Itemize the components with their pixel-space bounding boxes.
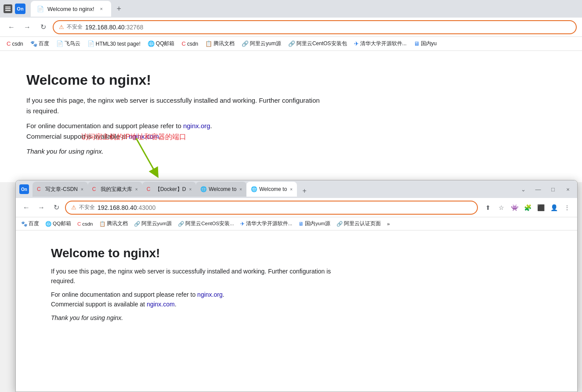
inner-tab-close-4[interactable]: × xyxy=(239,187,242,192)
inner-tab-treasure[interactable]: C 我的宝藏大库 × xyxy=(88,182,142,197)
svg-rect-0 xyxy=(5,7,11,7)
outer-bm-csdn2[interactable]: Ccsdn xyxy=(178,39,201,48)
outer-nginx-com-link[interactable]: nginx.com xyxy=(129,133,159,140)
inner-profile-button[interactable]: 👤 xyxy=(548,202,560,213)
inner-nginx-org-link[interactable]: nginx.org xyxy=(197,291,223,298)
inner-address-bar[interactable]: ⚠ 不安全 192.168.80.40:43000 xyxy=(65,201,478,215)
outer-refresh-button[interactable]: ↻ xyxy=(37,21,49,33)
inner-bm-qqmail[interactable]: 🌐QQ邮箱 xyxy=(43,219,74,228)
outer-insecure-icon: ⚠ xyxy=(59,24,64,30)
outer-nginx-thanks: Thank you for using nginx. xyxy=(26,146,325,157)
inner-browser-icons: On xyxy=(19,184,29,194)
outer-bm-csdn1[interactable]: Ccsdn xyxy=(4,39,26,48)
inner-refresh-button[interactable]: ↻ xyxy=(50,201,62,214)
sidebar-toggle-icon[interactable] xyxy=(4,4,12,13)
inner-tab-welcome1[interactable]: 🌐 Welcome to × xyxy=(196,182,246,197)
inner-tab-favicon-2: C xyxy=(92,186,98,192)
inner-tab-close-5[interactable]: × xyxy=(290,187,293,192)
browser-logo-outer: On xyxy=(15,4,25,14)
inner-bm-more[interactable]: » xyxy=(384,220,392,227)
svg-rect-1 xyxy=(5,8,11,9)
outer-bm-aliyum[interactable]: 🔗阿里云yum源 xyxy=(239,39,284,49)
inner-tabs: C 写文章-CSDN × C 我的宝藏大库 × C 【Docker】D × 🌐 … xyxy=(33,182,516,197)
outer-bookmarks-bar: Ccsdn 🐾百度 📄飞鸟云 📄HTML30 test page! 🌐QQ邮箱 … xyxy=(0,37,582,51)
outer-nginx-para1: If you see this page, the nginx web serv… xyxy=(26,95,325,116)
inner-nginx-title: Welcome to nginx! xyxy=(51,246,542,260)
inner-bm-csdn[interactable]: Ccsdn xyxy=(75,220,96,227)
outer-tab-favicon: 📄 xyxy=(37,6,44,12)
inner-tab-label-2: 我的宝藏大库 xyxy=(101,186,132,193)
outer-insecure-label: 不安全 xyxy=(67,23,83,31)
svg-rect-2 xyxy=(5,10,11,11)
outer-bm-baidu[interactable]: 🐾百度 xyxy=(27,39,52,49)
outer-bm-txdoc[interactable]: 📋腾讯文档 xyxy=(202,39,238,49)
inner-menu-button[interactable]: ⋮ xyxy=(561,202,573,213)
inner-minimize-button[interactable]: — xyxy=(532,183,544,195)
inner-bookmarks-bar: 🐾百度 🌐QQ邮箱 Ccsdn 📋腾讯文档 🔗阿里云yum源 🔗阿里云CentO… xyxy=(16,217,577,230)
outer-address-bar[interactable]: ⚠ 不安全 192.168.80.40:32768 xyxy=(53,20,577,34)
inner-tab-close-2[interactable]: × xyxy=(135,187,138,192)
inner-add-tab-button[interactable]: + xyxy=(299,185,310,197)
outer-page-content: Welcome to nginx! If you see this page, … xyxy=(0,51,582,182)
outer-nav-bar: ← → ↻ ⚠ 不安全 192.168.80.40:32768 xyxy=(0,18,582,37)
outer-back-button[interactable]: ← xyxy=(5,21,18,33)
inner-bm-aliyum[interactable]: 🔗阿里云yum源 xyxy=(131,219,175,228)
inner-bm-txdoc[interactable]: 📋腾讯文档 xyxy=(97,219,130,228)
outer-nginx-para2: For online documentation and support ple… xyxy=(26,121,325,142)
inner-bookmark-star-button[interactable]: ☆ xyxy=(495,202,507,213)
outer-forward-button[interactable]: → xyxy=(21,21,33,33)
inner-tab-csdn-write[interactable]: C 写文章-CSDN × xyxy=(33,182,88,197)
inner-nav-icon-group: ⬆ ☆ 👾 🧩 ⬛ 👤 ⋮ xyxy=(482,202,573,213)
inner-bm-guonei[interactable]: 🖥国内yum源 xyxy=(296,219,333,228)
inner-nginx-body: If you see this page, the nginx web serv… xyxy=(51,266,542,326)
outer-browser: On 📄 Welcome to nginx! × + ← → ↻ ⚠ 不安全 1… xyxy=(0,0,582,182)
inner-sidebar-button[interactable]: ⬛ xyxy=(535,202,546,213)
outer-bm-qqmail[interactable]: 🌐QQ邮箱 xyxy=(145,39,178,49)
outer-nginx-title: Welcome to nginx! xyxy=(26,72,151,88)
inner-nav-bar: ← → ↻ ⚠ 不安全 192.168.80.40:43000 ⬆ ☆ 👾 🧩 … xyxy=(16,198,577,217)
inner-back-button[interactable]: ← xyxy=(20,201,33,214)
inner-insecure-label: 不安全 xyxy=(79,204,95,211)
inner-title-bar: On C 写文章-CSDN × C 我的宝藏大库 × C 【Docker】D ×… xyxy=(16,180,577,198)
outer-address-text: 192.168.80.40:32768 xyxy=(85,24,143,31)
outer-bm-html30[interactable]: 📄HTML30 test page! xyxy=(84,39,144,48)
outer-browser-icons: On xyxy=(4,4,25,14)
inner-insecure-icon: ⚠ xyxy=(71,204,76,211)
inner-tab-label-4: Welcome to xyxy=(209,186,236,192)
inner-bm-baidu[interactable]: 🐾百度 xyxy=(18,219,42,228)
outer-tab-close[interactable]: × xyxy=(98,5,105,12)
inner-tab-close-1[interactable]: × xyxy=(81,187,83,192)
inner-tab-label-5: Welcome to xyxy=(259,186,287,192)
inner-bm-alicentos[interactable]: 🔗阿里云CentOS安装... xyxy=(175,219,237,228)
inner-bm-aliauth[interactable]: 🔗阿里云认证页面 xyxy=(334,219,383,228)
inner-bm-tsinghua[interactable]: ✈清华大学开源软件... xyxy=(238,219,295,228)
inner-tab-docker[interactable]: C 【Docker】D × xyxy=(142,182,196,197)
outer-bm-guonei[interactable]: 🖥国内yu xyxy=(411,39,440,49)
inner-close-button[interactable]: × xyxy=(562,183,574,195)
inner-maximize-button[interactable]: □ xyxy=(547,183,559,195)
inner-address-text: 192.168.80.40:43000 xyxy=(98,204,155,211)
inner-tab-favicon-1: C xyxy=(37,186,43,192)
inner-puzzle-button[interactable]: 🧩 xyxy=(522,202,533,213)
outer-bm-alicentos[interactable]: 🔗阿里云CentOS安装包 xyxy=(285,39,350,49)
inner-share-button[interactable]: ⬆ xyxy=(482,202,494,213)
outer-nginx-org-link[interactable]: nginx.org xyxy=(183,122,210,129)
inner-tab-welcome2[interactable]: 🌐 Welcome to × xyxy=(246,182,297,197)
outer-bm-tsinghua[interactable]: ✈清华大学开源软件... xyxy=(351,39,410,49)
inner-extension-button[interactable]: 👾 xyxy=(509,202,520,213)
outer-active-tab[interactable]: 📄 Welcome to nginx! × xyxy=(31,1,111,17)
inner-nginx-com-link[interactable]: nginx.com xyxy=(147,301,175,308)
inner-nginx-para2: For online documentation and support ple… xyxy=(51,290,350,309)
inner-tab-close-3[interactable]: × xyxy=(189,187,192,192)
inner-tab-label-1: 写文章-CSDN xyxy=(45,186,78,193)
inner-browser-logo: On xyxy=(19,184,29,194)
outer-bm-feiniayun[interactable]: 📄飞鸟云 xyxy=(53,39,83,49)
outer-tab-label: Welcome to nginx! xyxy=(47,6,94,12)
inner-nginx-para1: If you see this page, the nginx web serv… xyxy=(51,266,350,286)
inner-collapse-button[interactable]: ⌄ xyxy=(517,183,529,195)
inner-forward-button[interactable]: → xyxy=(35,201,47,214)
outer-nginx-body: If you see this page, the nginx web serv… xyxy=(26,95,325,161)
inner-tab-favicon-5: 🌐 xyxy=(251,186,257,192)
outer-add-tab-button[interactable]: + xyxy=(113,3,125,15)
inner-tab-favicon-3: C xyxy=(147,186,153,192)
